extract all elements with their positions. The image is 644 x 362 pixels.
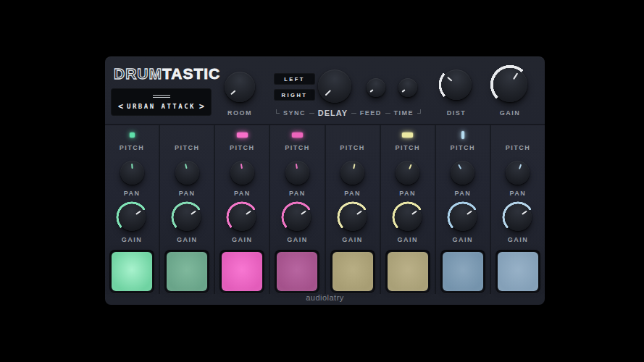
sync-left-button[interactable]: LEFT	[274, 73, 315, 85]
fx-label-row: SYNC DELAY FEED TIME	[276, 109, 421, 117]
gain-label: GAIN	[287, 236, 308, 243]
drum-pad[interactable]	[112, 252, 152, 291]
dist-knob[interactable]	[441, 70, 472, 100]
drum-pad[interactable]	[498, 252, 538, 291]
preset-selector: < URBAN ATTACK >	[111, 88, 212, 116]
preset-name[interactable]: URBAN ATTACK	[127, 103, 196, 110]
pitch-knob[interactable]	[120, 161, 144, 185]
pad-well	[109, 250, 154, 293]
gain-label: GAIN	[397, 236, 418, 243]
channel-strip: PITCH PAN GAIN	[160, 125, 215, 294]
channel-gain-knob[interactable]	[504, 203, 532, 231]
delay-label: DELAY	[318, 109, 348, 117]
pan-label: PAN	[510, 190, 527, 197]
pitch-label: PITCH	[285, 144, 310, 151]
channel-led	[292, 132, 303, 138]
desktop-background: DRUMTASTIC < URBAN ATTACK > ROOM LEFT RI…	[0, 0, 644, 362]
channel-strip: PITCH PAN GAIN	[326, 125, 381, 294]
channel-gain-knob[interactable]	[173, 203, 201, 231]
preset-menu-icon	[153, 93, 170, 99]
pad-well	[164, 250, 209, 293]
pitch-knob[interactable]	[396, 161, 419, 185]
pitch-label: PITCH	[175, 144, 200, 151]
channel-gain-knob[interactable]	[228, 203, 256, 231]
preset-prev-button[interactable]: <	[118, 102, 123, 111]
gain-label: GAIN	[122, 236, 143, 243]
drum-pad[interactable]	[222, 252, 262, 291]
pan-label: PAN	[399, 190, 416, 197]
room-label: ROOM	[227, 109, 252, 117]
channel-strip: PITCH PAN GAIN	[270, 125, 325, 294]
pan-label: PAN	[179, 190, 196, 197]
channel-strip: PITCH PAN GAIN	[215, 125, 270, 294]
gain-label: GAIN	[508, 236, 529, 243]
channel-led	[130, 132, 135, 138]
preset-next-button[interactable]: >	[199, 102, 204, 111]
pitch-label: PITCH	[506, 144, 531, 151]
pad-well	[385, 250, 430, 293]
feed-knob[interactable]	[367, 78, 385, 97]
feed-label: FEED	[360, 109, 382, 117]
master-gain-label: GAIN	[500, 109, 521, 117]
channel-area: PITCH PAN GAIN PITCH PAN GAIN PITCH	[105, 124, 545, 294]
channel-gain-knob[interactable]	[339, 203, 367, 231]
header-section: DRUMTASTIC < URBAN ATTACK > ROOM LEFT RI…	[105, 56, 545, 124]
pitch-label: PITCH	[120, 144, 145, 151]
channel-gain-knob[interactable]	[118, 203, 146, 231]
pan-label: PAN	[454, 190, 471, 197]
drum-pad[interactable]	[167, 252, 207, 291]
channel-led	[237, 132, 248, 138]
channel-gain-knob[interactable]	[394, 203, 422, 231]
channel-strip: PITCH PAN GAIN	[491, 125, 545, 294]
sync-label: SYNC	[283, 109, 306, 117]
pan-label: PAN	[124, 190, 141, 197]
pan-label: PAN	[234, 190, 251, 197]
sync-right-button[interactable]: RIGHT	[274, 89, 315, 101]
logo-part-tastic: TASTIC	[162, 65, 220, 82]
time-label: TIME	[394, 109, 414, 117]
channel-strip: PITCH PAN GAIN	[436, 125, 491, 294]
channel-gain-knob[interactable]	[283, 203, 311, 231]
pitch-label: PITCH	[451, 144, 476, 151]
drum-pad[interactable]	[443, 252, 483, 291]
channel-led	[402, 132, 413, 138]
pad-well	[275, 250, 319, 293]
bracket-left	[276, 109, 280, 114]
pitch-knob[interactable]	[340, 161, 364, 185]
pitch-label: PITCH	[340, 144, 365, 151]
plugin-window: DRUMTASTIC < URBAN ATTACK > ROOM LEFT RI…	[105, 56, 545, 305]
connector-line	[309, 113, 314, 114]
drum-pad[interactable]	[388, 252, 428, 291]
drum-pad[interactable]	[277, 252, 317, 291]
channel-strip: PITCH PAN GAIN	[105, 125, 160, 294]
pitch-knob[interactable]	[230, 161, 254, 185]
pitch-knob[interactable]	[285, 161, 309, 185]
gain-label: GAIN	[342, 236, 363, 243]
pan-label: PAN	[344, 190, 361, 197]
pad-well	[219, 250, 264, 293]
channel-gain-knob[interactable]	[449, 203, 477, 231]
pitch-label: PITCH	[395, 144, 420, 151]
pitch-label: PITCH	[230, 144, 255, 151]
master-gain-knob[interactable]	[493, 67, 527, 102]
gain-label: GAIN	[177, 236, 198, 243]
pad-well	[440, 250, 485, 293]
connector-line	[351, 113, 356, 114]
gain-label: GAIN	[232, 236, 253, 243]
channel-strip: PITCH PAN GAIN	[381, 125, 436, 294]
room-knob[interactable]	[225, 72, 255, 102]
pitch-knob[interactable]	[506, 161, 530, 185]
pitch-knob[interactable]	[175, 161, 199, 185]
logo-part-drum: DRUM	[114, 65, 162, 82]
gain-label: GAIN	[453, 236, 474, 243]
pad-well	[495, 250, 540, 293]
pan-label: PAN	[289, 190, 306, 197]
bracket-right	[417, 109, 421, 114]
pad-well	[330, 250, 375, 293]
pitch-knob[interactable]	[451, 161, 474, 185]
plugin-logo: DRUMTASTIC	[114, 65, 220, 83]
drum-pad[interactable]	[333, 252, 373, 291]
channel-led	[461, 132, 464, 138]
time-knob[interactable]	[398, 78, 417, 97]
delay-knob[interactable]	[318, 70, 351, 103]
